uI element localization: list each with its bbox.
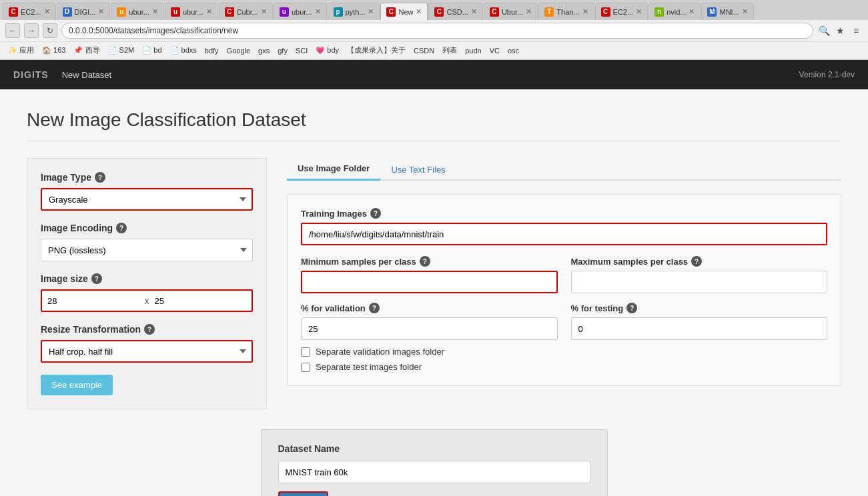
image-size-group: Image size ? 28 x 25 — [41, 273, 253, 312]
bookmark-liebiao[interactable]: 列表 — [440, 44, 460, 57]
resize-transformation-select[interactable]: Squash Crop Fill Half crop, half fill — [41, 340, 253, 363]
bookmark-bdxs[interactable]: 📄 bdxs — [167, 45, 199, 56]
bookmark-pudn[interactable]: pudn — [462, 45, 484, 56]
bookmarks-bar: ✨ 应用 🏠 163 📌 西导 📄 S2M 📄 bd 📄 bdxs bdfy G… — [0, 42, 868, 59]
tab-favicon: p — [334, 7, 343, 17]
refresh-button[interactable]: ↻ — [43, 23, 57, 38]
image-width-input[interactable]: 28 — [42, 291, 145, 311]
tab-mni[interactable]: M MNI... ✕ — [701, 3, 753, 20]
tab-nav: Use Image Folder Use Text Files — [287, 158, 841, 179]
tab-use-image-folder[interactable]: Use Image Folder — [287, 158, 380, 181]
separate-validation-label[interactable]: Separate validation images folder — [301, 347, 827, 357]
back-button[interactable]: ← — [5, 23, 20, 38]
tab-favicon: C — [225, 7, 234, 17]
image-size-help-icon[interactable]: ? — [91, 273, 102, 284]
pct-validation-input[interactable]: 25 — [301, 317, 558, 340]
tab-csd[interactable]: C CSD... ✕ — [428, 3, 482, 20]
bookmark-gfy[interactable]: gfy — [275, 45, 290, 56]
tab-label: ubur... — [183, 8, 203, 16]
tab-close-icon[interactable]: ✕ — [471, 7, 477, 16]
bookmark-sci[interactable]: SCI — [293, 45, 310, 56]
bookmark-google[interactable]: Google — [224, 45, 253, 56]
bookmark-163[interactable]: 🏠 163 — [39, 45, 68, 56]
pct-testing-input[interactable]: 0 — [571, 317, 828, 340]
tab-favicon: u — [280, 7, 289, 17]
tab-ec2-1[interactable]: C EC2... ✕ — [3, 3, 56, 20]
tab-close-icon[interactable]: ✕ — [315, 7, 321, 16]
tab-pyth[interactable]: p pyth... ✕ — [328, 3, 380, 20]
tab-close-icon[interactable]: ✕ — [526, 7, 532, 16]
tab-favicon: n — [655, 7, 664, 17]
max-samples-input[interactable] — [571, 271, 828, 293]
bookmark-apps[interactable]: ✨ 应用 — [5, 44, 37, 57]
bookmark-s2m[interactable]: 📄 S2M — [105, 45, 137, 56]
tab-close-icon[interactable]: ✕ — [742, 7, 748, 16]
tab-ubur3[interactable]: u ubur... ✕ — [274, 3, 327, 20]
separate-test-label[interactable]: Separate test images folder — [301, 362, 827, 372]
min-samples-input[interactable] — [301, 271, 558, 293]
bookmark-chengguo[interactable]: 【成果录入】关于 — [344, 44, 408, 57]
tab-favicon: C — [434, 7, 444, 17]
separate-test-checkbox[interactable] — [301, 363, 310, 372]
image-type-help-icon[interactable]: ? — [95, 172, 105, 183]
tab-close-icon[interactable]: ✕ — [636, 7, 642, 16]
separate-validation-checkbox[interactable] — [301, 347, 310, 357]
address-bar[interactable]: 0.0.0.0:5000/datasets/images/classificat… — [61, 23, 813, 39]
image-encoding-help-icon[interactable]: ? — [116, 223, 127, 233]
search-icon[interactable]: 🔍 — [817, 25, 831, 36]
training-images-input[interactable]: /home/liu/sfw/digits/data/mnist/train — [301, 223, 827, 245]
tab-ubur2[interactable]: u ubur... ✕ — [165, 3, 218, 20]
tab-new[interactable]: C New ✕ — [380, 3, 428, 20]
new-dataset-link[interactable]: New Dataset — [62, 70, 111, 80]
main-content: New Image Classification Dataset Image T… — [0, 89, 868, 496]
bookmark-bdy[interactable]: 💗 bdy — [313, 45, 342, 56]
nav-bar: ← → ↻ 0.0.0.0:5000/datasets/images/class… — [0, 20, 868, 42]
tab-container: Use Image Folder Use Text Files — [287, 158, 841, 181]
menu-icon[interactable]: ≡ — [849, 25, 863, 36]
bookmark-bdfy[interactable]: bdfy — [202, 45, 222, 56]
image-height-input[interactable]: 25 — [149, 291, 252, 311]
tab-close-icon[interactable]: ✕ — [44, 7, 50, 16]
bookmark-osc[interactable]: osc — [505, 45, 522, 56]
size-x-separator: x — [145, 295, 149, 306]
tab-close-icon[interactable]: ✕ — [689, 7, 695, 16]
resize-help-icon[interactable]: ? — [144, 324, 155, 335]
bookmark-xidao[interactable]: 📌 西导 — [71, 44, 102, 57]
create-button[interactable]: Create — [278, 491, 328, 496]
bookmark-gxs[interactable]: gxs — [256, 45, 272, 56]
tab-nvid[interactable]: n nvid... ✕ — [648, 3, 701, 20]
tab-close-icon[interactable]: ✕ — [416, 7, 422, 16]
tab-close-icon[interactable]: ✕ — [98, 7, 104, 16]
bookmark-csdn[interactable]: CSDN — [411, 45, 437, 56]
forward-button[interactable]: → — [24, 23, 39, 38]
tab-ubur1[interactable]: u ubur... ✕ — [111, 3, 164, 20]
tab-digi[interactable]: D DIGI... ✕ — [57, 3, 111, 20]
tab-label: ubur... — [292, 8, 312, 16]
app-logo: DIGITS — [13, 69, 49, 80]
tab-cubr[interactable]: C Cubr... ✕ — [219, 3, 273, 20]
tab-close-icon[interactable]: ✕ — [261, 7, 267, 16]
tab-close-icon[interactable]: ✕ — [206, 7, 212, 16]
star-icon[interactable]: ★ — [833, 25, 847, 36]
image-encoding-select[interactable]: PNG (lossless) JPEG (lossy) LMDB (unenco… — [41, 239, 253, 261]
max-samples-help-icon[interactable]: ? — [691, 256, 702, 267]
tab-close-icon[interactable]: ✕ — [582, 7, 588, 16]
bookmark-bd[interactable]: 📄 bd — [139, 45, 164, 56]
tab-close-icon[interactable]: ✕ — [152, 7, 158, 16]
tab-than[interactable]: T Than... ✕ — [538, 3, 594, 20]
tab-label: Than... — [556, 8, 579, 16]
pct-validation-help-icon[interactable]: ? — [369, 303, 380, 313]
pct-testing-help-icon[interactable]: ? — [626, 303, 637, 313]
training-images-help-icon[interactable]: ? — [370, 208, 381, 219]
see-example-button[interactable]: See example — [41, 375, 113, 395]
tab-close-icon[interactable]: ✕ — [368, 7, 374, 16]
left-panel: Image Type ? Grayscale Color Image Encod… — [27, 158, 267, 409]
dataset-name-input[interactable]: MNIST train 60k — [278, 461, 590, 483]
bookmark-vc[interactable]: VC — [487, 45, 502, 56]
image-type-select[interactable]: Grayscale Color — [41, 188, 253, 211]
tab-use-text-files[interactable]: Use Text Files — [380, 158, 456, 181]
tab-favicon: u — [117, 7, 126, 17]
tab-ubur4[interactable]: C Ubur... ✕ — [484, 3, 538, 20]
tab-ec2-2[interactable]: C EC2... ✕ — [595, 3, 648, 20]
min-samples-help-icon[interactable]: ? — [420, 256, 430, 267]
